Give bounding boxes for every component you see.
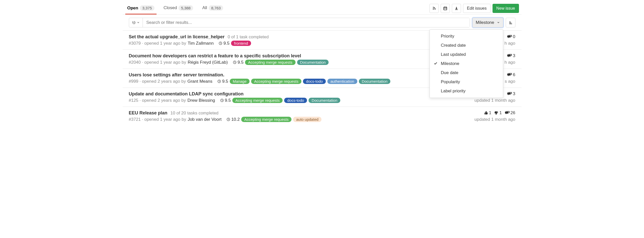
sort-label: Milestone bbox=[476, 20, 494, 25]
issue-label[interactable]: Documentation bbox=[359, 79, 391, 84]
tab-label: Open bbox=[127, 6, 138, 11]
updated-text: updated 1 month ago bbox=[474, 98, 515, 103]
svg-point-0 bbox=[433, 9, 433, 9]
comments-icon bbox=[507, 35, 512, 39]
tab-count: 3,375 bbox=[140, 5, 155, 11]
sort-option[interactable]: Due date bbox=[430, 68, 503, 77]
rss-icon bbox=[432, 6, 436, 10]
sort-option[interactable]: Popularity bbox=[430, 77, 503, 87]
updated-text: h ago bbox=[504, 41, 515, 46]
issue-author[interactable]: Régis Freyd (GitLab) bbox=[188, 60, 228, 65]
chevron-down-icon bbox=[137, 21, 140, 24]
issue-id: #3721 · opened 1 year ago by bbox=[129, 117, 186, 122]
issue-milestone[interactable]: 9.5 bbox=[214, 79, 228, 84]
issue-label[interactable]: frontend bbox=[231, 41, 251, 46]
tab-closed[interactable]: Closed 5,388 bbox=[162, 2, 195, 14]
sort-option[interactable]: Created date bbox=[430, 41, 503, 50]
issue-label[interactable]: Accepting merge requests bbox=[245, 60, 295, 65]
sort-dropdown[interactable]: Milestone bbox=[472, 18, 503, 27]
issue-title-link[interactable]: Users lose settings after server termina… bbox=[129, 72, 224, 78]
issue-title-link[interactable]: Set the actual upgrade_url in license_he… bbox=[129, 34, 225, 40]
tab-count: 8,763 bbox=[209, 5, 223, 11]
comments-count[interactable]: 0 bbox=[507, 34, 515, 39]
comments-icon bbox=[507, 92, 512, 96]
sort-option[interactable]: Milestone bbox=[430, 59, 503, 68]
issue-author[interactable]: Tim Zallmann bbox=[188, 41, 213, 46]
issue-label[interactable]: auto updated bbox=[293, 117, 321, 122]
issue-id: #999 · opened 2 years ago by bbox=[129, 79, 186, 84]
top-actions: Edit issues New issue bbox=[430, 4, 519, 13]
search-box bbox=[129, 18, 470, 27]
issue-label[interactable]: Documentation bbox=[297, 60, 329, 65]
issue-tabs-bar: Open 3,375 Closed 5,388 All 8,763 Edit i bbox=[123, 2, 522, 15]
calendar-button[interactable] bbox=[441, 4, 450, 13]
clock-icon bbox=[226, 117, 230, 121]
tab-count: 5,388 bbox=[178, 5, 193, 11]
comments-count[interactable]: 26 bbox=[505, 110, 515, 115]
issue-label[interactable]: Accepting merge requests bbox=[251, 79, 301, 84]
issue-id: #2040 · opened 1 year ago by bbox=[129, 60, 186, 65]
search-history-button[interactable] bbox=[129, 18, 143, 27]
issue-label[interactable]: authentication bbox=[327, 79, 357, 84]
issue-milestone[interactable]: 10.2 bbox=[223, 117, 240, 122]
tabs: Open 3,375 Closed 5,388 All 8,763 bbox=[125, 2, 430, 14]
new-issue-button[interactable]: New issue bbox=[493, 4, 519, 13]
check-icon bbox=[434, 62, 437, 65]
comments-count[interactable]: 3 bbox=[507, 91, 515, 96]
issue-label[interactable]: docs-todo bbox=[284, 98, 307, 103]
issue-label[interactable]: Documentation bbox=[309, 98, 340, 103]
issue-milestone[interactable]: 9.5 bbox=[229, 60, 243, 65]
tab-all[interactable]: All 8,763 bbox=[200, 2, 225, 14]
comments-icon bbox=[507, 54, 512, 58]
issue-author[interactable]: Grant Means bbox=[187, 79, 212, 84]
rss-button[interactable] bbox=[430, 4, 439, 13]
tab-label: All bbox=[202, 5, 207, 10]
clock-icon bbox=[220, 98, 224, 102]
issue-main: EEU Release plan10 of 20 tasks completed… bbox=[129, 110, 465, 122]
issue-id: #3079 · opened 1 year ago by bbox=[129, 41, 186, 46]
edit-issues-button[interactable]: Edit issues bbox=[463, 4, 490, 13]
issue-label[interactable]: Accepting merge requests bbox=[241, 117, 292, 122]
issue-label[interactable]: docs-todo bbox=[303, 79, 326, 84]
search-input[interactable] bbox=[143, 18, 470, 27]
sort-asc-icon bbox=[509, 21, 513, 25]
task-progress: 10 of 20 tasks completed bbox=[171, 111, 219, 116]
updated-text: h ago bbox=[504, 60, 515, 65]
issue-label[interactable]: Manage bbox=[230, 79, 250, 84]
comments-count[interactable]: 6 bbox=[507, 72, 515, 77]
issue-author[interactable]: Drew Blessing bbox=[187, 98, 215, 103]
sort-option[interactable]: Last updated bbox=[430, 50, 503, 59]
issue-milestone[interactable]: 9.5 bbox=[217, 98, 231, 103]
issue-id: #125 · opened 2 years ago by bbox=[129, 98, 186, 103]
updated-text: s ago bbox=[505, 79, 515, 84]
sort-direction-button[interactable] bbox=[506, 18, 515, 27]
issue-meta: #3079 · opened 1 year ago byTim Zallmann… bbox=[129, 41, 465, 46]
issue-main: Document how developers can restrict a f… bbox=[129, 53, 465, 65]
issue-label[interactable]: Accepting merge requests bbox=[232, 98, 283, 103]
issue-row: EEU Release plan10 of 20 tasks completed… bbox=[123, 107, 522, 126]
issue-main: Update and documentation LDAP sync confi… bbox=[129, 91, 465, 103]
downvotes[interactable]: 1 bbox=[494, 110, 502, 115]
comments-count[interactable]: 3 bbox=[507, 53, 515, 58]
task-progress: 0 of 1 task completed bbox=[228, 35, 269, 40]
clock-icon bbox=[217, 79, 221, 83]
issue-title-link[interactable]: Document how developers can restrict a f… bbox=[129, 53, 301, 59]
issue-side: 1 1 26updated 1 month ago bbox=[465, 110, 515, 122]
clock-icon bbox=[219, 41, 222, 45]
issue-title-link[interactable]: Update and documentation LDAP sync confi… bbox=[129, 91, 244, 97]
issue-meta: #3721 · opened 1 year ago byJob van der … bbox=[129, 117, 465, 122]
sort-option[interactable]: Label priority bbox=[430, 87, 503, 96]
svg-rect-1 bbox=[444, 7, 447, 10]
updated-text: updated 1 month ago bbox=[474, 117, 515, 122]
issue-meta: #125 · opened 2 years ago byDrew Blessin… bbox=[129, 98, 465, 103]
tab-open[interactable]: Open 3,375 bbox=[125, 2, 157, 14]
issue-author[interactable]: Job van der Voort bbox=[188, 117, 221, 122]
issue-milestone[interactable]: 9.5 bbox=[215, 41, 229, 46]
issue-title-link[interactable]: EEU Release plan bbox=[129, 110, 167, 116]
upvotes[interactable]: 1 bbox=[484, 110, 491, 115]
sort-option[interactable]: Priority bbox=[430, 32, 503, 41]
export-button[interactable] bbox=[452, 4, 461, 13]
download-icon bbox=[454, 6, 458, 10]
tab-label: Closed bbox=[164, 5, 177, 10]
history-icon bbox=[132, 21, 136, 25]
